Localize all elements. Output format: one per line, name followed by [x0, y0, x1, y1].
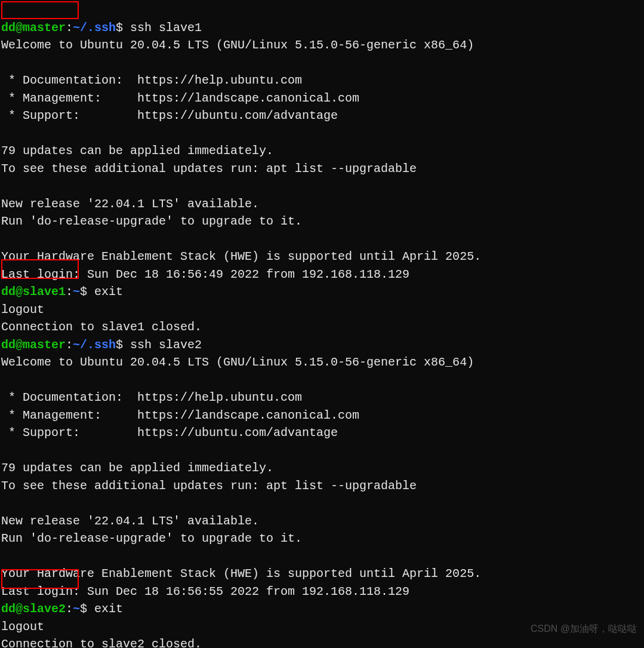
command-text: ssh slave2 — [130, 338, 202, 352]
output-line: * Documentation: https://help.ubuntu.com — [1, 73, 302, 87]
output-line: Connection to slave2 closed. — [1, 637, 202, 648]
command-text: ssh slave1 — [130, 21, 202, 35]
output-line: * Management: https://landscape.canonica… — [1, 91, 359, 105]
prompt-dollar: $ — [80, 602, 94, 616]
prompt-colon: : — [66, 338, 73, 352]
output-line: Welcome to Ubuntu 20.04.5 LTS (GNU/Linux… — [1, 355, 474, 369]
prompt-path: ~/.ssh — [73, 338, 116, 352]
prompt-colon: : — [66, 602, 73, 616]
output-line: To see these additional updates run: apt… — [1, 162, 417, 176]
prompt-path: ~ — [73, 285, 80, 299]
terminal-output[interactable]: dd@master:~/.ssh$ ssh slave1 Welcome to … — [0, 0, 644, 648]
output-line: New release '22.04.1 LTS' available. — [1, 197, 259, 211]
output-line: * Documentation: https://help.ubuntu.com — [1, 391, 302, 404]
prompt-dollar: $ — [116, 21, 130, 35]
output-line: logout — [1, 303, 44, 317]
output-line: 79 updates can be applied immediately. — [1, 144, 273, 158]
output-line: Connection to slave1 closed. — [1, 320, 202, 334]
prompt-colon: : — [66, 285, 73, 299]
output-line: Run 'do-release-upgrade' to upgrade to i… — [1, 214, 302, 228]
prompt-path: ~/.ssh — [73, 21, 116, 35]
prompt-user: dd@master — [1, 21, 66, 35]
prompt-user: dd@slave1 — [1, 285, 66, 299]
prompt-dollar: $ — [80, 285, 94, 299]
prompt-colon: : — [66, 21, 73, 35]
prompt-user: dd@slave2 — [1, 602, 66, 616]
output-line: 79 updates can be applied immediately. — [1, 461, 273, 475]
output-line: Your Hardware Enablement Stack (HWE) is … — [1, 250, 481, 263]
output-line: * Support: https://ubuntu.com/advantage — [1, 109, 338, 122]
prompt-path: ~ — [73, 602, 80, 616]
prompt-dollar: $ — [116, 338, 130, 352]
output-line: To see these additional updates run: apt… — [1, 479, 417, 493]
output-line: Your Hardware Enablement Stack (HWE) is … — [1, 567, 481, 581]
output-line: * Support: https://ubuntu.com/advantage — [1, 426, 338, 440]
prompt-user: dd@master — [1, 338, 66, 352]
output-line: * Management: https://landscape.canonica… — [1, 409, 359, 422]
command-text: exit — [94, 602, 123, 616]
output-line: Run 'do-release-upgrade' to upgrade to i… — [1, 532, 302, 545]
command-text: exit — [94, 285, 123, 299]
output-line: Last login: Sun Dec 18 16:56:55 2022 fro… — [1, 585, 409, 598]
output-line: Last login: Sun Dec 18 16:56:49 2022 fro… — [1, 268, 409, 281]
output-line: Welcome to Ubuntu 20.04.5 LTS (GNU/Linux… — [1, 38, 474, 52]
output-line: New release '22.04.1 LTS' available. — [1, 514, 259, 528]
output-line: logout — [1, 620, 44, 634]
